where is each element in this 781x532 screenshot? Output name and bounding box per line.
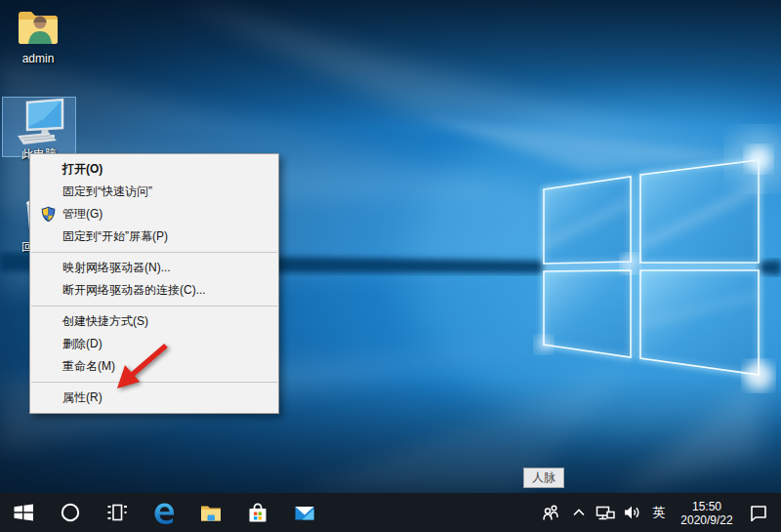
this-pc-icon xyxy=(12,98,66,146)
uac-shield-icon xyxy=(41,206,56,223)
menu-item-create-shortcut[interactable]: 创建快捷方式(S) xyxy=(30,310,278,333)
menu-item-disconnect-network-drive[interactable]: 断开网络驱动器的连接(C)... xyxy=(30,279,278,302)
menu-item-pin-quick-access[interactable]: 固定到“快速访问” xyxy=(30,181,278,203)
desktop-icon-this-pc[interactable]: 此电脑 xyxy=(2,97,76,157)
context-menu: 打开(O) 固定到“快速访问” 管理(G) 固定到“开始”屏幕(P) 映射网络驱… xyxy=(29,153,279,414)
ime-indicator[interactable]: 英 xyxy=(646,493,672,532)
menu-separator xyxy=(31,252,277,253)
network-icon xyxy=(594,501,617,524)
action-center-icon xyxy=(747,501,770,524)
menu-separator xyxy=(31,306,277,307)
people-tooltip: 人脉 xyxy=(523,468,564,488)
start-button[interactable] xyxy=(0,493,47,532)
menu-item-open[interactable]: 打开(O) xyxy=(30,158,278,181)
file-explorer-icon xyxy=(198,500,224,525)
people-icon xyxy=(540,501,563,524)
mail-button[interactable] xyxy=(281,493,328,532)
people-button[interactable] xyxy=(537,493,566,532)
chevron-up-icon xyxy=(569,503,589,522)
task-view-icon xyxy=(104,500,130,525)
cortana-button[interactable] xyxy=(47,493,94,532)
cortana-circle-icon xyxy=(58,500,83,525)
system-tray: 英 15:50 2020/9/22 xyxy=(537,493,781,532)
task-view-button[interactable] xyxy=(94,493,141,532)
menu-item-delete[interactable]: 删除(D) xyxy=(30,333,278,355)
show-hidden-icons-button[interactable] xyxy=(566,493,592,532)
menu-item-pin-start-screen[interactable]: 固定到“开始”屏幕(P) xyxy=(30,225,278,248)
desktop-icon-admin[interactable]: admin xyxy=(1,6,75,65)
store-button[interactable] xyxy=(234,493,281,532)
menu-item-rename[interactable]: 重命名(M) xyxy=(30,355,278,378)
mail-icon xyxy=(292,500,317,525)
desktop-screen: admin 此电脑 回收站 打开(O) xyxy=(0,0,781,532)
menu-separator xyxy=(31,382,277,383)
speaker-icon xyxy=(621,501,644,524)
edge-icon xyxy=(151,500,177,525)
clock[interactable]: 15:50 2020/9/22 xyxy=(672,493,742,532)
taskbar: 英 15:50 2020/9/22 xyxy=(0,493,781,532)
menu-item-map-network-drive[interactable]: 映射网络驱动器(N)... xyxy=(30,257,278,279)
user-folder-icon xyxy=(16,6,61,51)
action-center-button[interactable] xyxy=(742,493,775,532)
clock-time: 15:50 xyxy=(680,500,732,513)
menu-item-manage[interactable]: 管理(G) xyxy=(30,203,278,225)
icon-label-admin: admin xyxy=(1,52,75,65)
network-button[interactable] xyxy=(592,493,619,532)
edge-button[interactable] xyxy=(141,493,187,532)
volume-button[interactable] xyxy=(619,493,646,532)
file-explorer-button[interactable] xyxy=(187,493,234,532)
menu-item-properties[interactable]: 属性(R) xyxy=(30,387,278,409)
store-icon xyxy=(245,500,270,525)
clock-date: 2020/9/22 xyxy=(680,513,732,527)
windows-logo-icon xyxy=(11,500,36,525)
